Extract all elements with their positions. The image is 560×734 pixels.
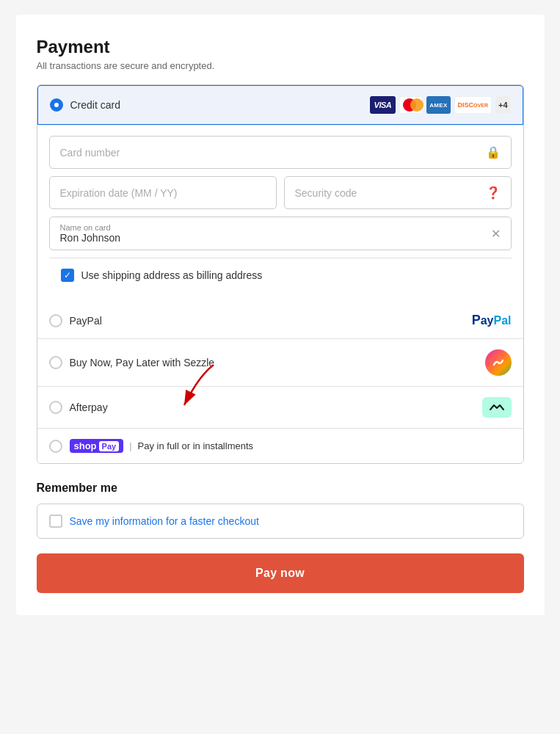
card-number-input[interactable] [60, 147, 480, 159]
discover-icon: DISCOVER [454, 96, 492, 114]
credit-card-form: 🔒 ❓ Name on card ✕ [37, 125, 523, 302]
billing-checkbox[interactable]: ✓ [61, 269, 74, 282]
name-on-card-input[interactable] [60, 232, 485, 244]
paypal-p: P [472, 313, 481, 327]
name-on-card-label: Name on card [60, 223, 485, 232]
shop-pay-installments: Pay in full or in installments [138, 440, 254, 451]
card-number-field[interactable]: 🔒 [49, 136, 512, 169]
billing-checkbox-label: Use shipping address as billing address [81, 269, 263, 281]
paypal-label: PayPal [70, 315, 465, 327]
faster-checkout-link[interactable]: faster checkout [189, 515, 259, 527]
credit-card-option[interactable]: Credit card VISA AMEX DISCOVER +4 [37, 84, 524, 126]
shop-pay-content: shop Pay | Pay in full or in installment… [70, 439, 254, 453]
pay-badge: Pay [99, 441, 120, 451]
name-on-card-field[interactable]: Name on card ✕ [49, 217, 512, 250]
shop-text: shop [74, 440, 97, 451]
afterpay-icon [482, 397, 512, 418]
security-field[interactable]: ❓ [284, 176, 512, 209]
payment-options-wrapper: Credit card VISA AMEX DISCOVER +4 [37, 84, 524, 464]
afterpay-option[interactable]: Afterpay [37, 387, 523, 429]
card-icons: VISA AMEX DISCOVER +4 [370, 96, 511, 114]
expiry-security-row: ❓ [49, 176, 512, 209]
help-icon: ❓ [486, 186, 501, 200]
expiry-input[interactable] [60, 187, 266, 199]
billing-address-row[interactable]: ✓ Use shipping address as billing addres… [49, 258, 512, 292]
visa-icon: VISA [370, 96, 396, 114]
remember-me-checkbox[interactable] [49, 515, 62, 528]
afterpay-label: Afterpay [70, 401, 475, 413]
name-field-inner: Name on card [60, 223, 485, 244]
checkmark-icon: ✓ [64, 271, 71, 280]
shop-pay-divider: | [129, 440, 131, 451]
credit-card-label: Credit card [70, 99, 363, 111]
paypal-radio[interactable] [49, 314, 62, 327]
mastercard-icon [399, 96, 423, 114]
remember-me-section: Remember me Save my information for a fa… [37, 482, 524, 539]
afterpay-radio[interactable] [49, 401, 62, 414]
security-input[interactable] [295, 187, 480, 199]
amex-icon: AMEX [426, 96, 450, 114]
page-title: Payment [37, 37, 524, 57]
clear-name-icon[interactable]: ✕ [491, 227, 501, 241]
sezzle-radio[interactable] [49, 356, 62, 369]
page-subtitle: All transactions are secure and encrypte… [37, 60, 524, 71]
credit-card-radio[interactable] [50, 98, 63, 112]
pay-now-button[interactable]: Pay now [37, 553, 524, 593]
paypal-option[interactable]: PayPal PayPal [37, 302, 523, 339]
sezzle-option[interactable]: Buy Now, Pay Later with Sezzle [37, 339, 523, 387]
paypal-logo: PayPal [472, 313, 512, 328]
payment-options: Credit card VISA AMEX DISCOVER +4 [37, 84, 524, 464]
shop-pay-option[interactable]: shop Pay | Pay in full or in installment… [37, 429, 523, 463]
shop-pay-badge: shop Pay [70, 439, 124, 453]
remember-me-title: Remember me [37, 482, 524, 495]
remember-me-box[interactable]: Save my information for a faster checkou… [37, 504, 524, 539]
expiry-field[interactable] [49, 176, 277, 209]
sezzle-label: Buy Now, Pay Later with Sezzle [70, 357, 478, 368]
more-cards-icon: +4 [495, 96, 511, 114]
remember-me-label: Save my information for a faster checkou… [70, 515, 259, 527]
lock-icon: 🔒 [486, 145, 501, 159]
shop-pay-radio[interactable] [49, 440, 62, 453]
sezzle-icon [485, 349, 512, 376]
payment-page: Payment All transactions are secure and … [16, 15, 545, 615]
